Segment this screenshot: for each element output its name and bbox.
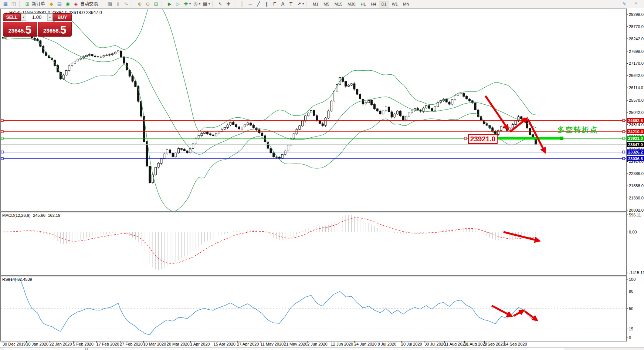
price-axis[interactable]: [627, 9, 644, 341]
toolbar: ▦◫⊞新订单◆▤◉◈自动交易▥▯∿⊕⊖⊞▶▷✚▾◷▾▩▾↖✚│─╱∥FAT↗▾M…: [0, 0, 644, 8]
autotrade-icon[interactable]: ◈: [72, 0, 80, 8]
volume-value[interactable]: 1.00: [26, 14, 47, 20]
timeframe-button-w1[interactable]: W1: [389, 1, 401, 7]
crosshair-icon[interactable]: ✚: [224, 0, 233, 8]
cursor-icon[interactable]: ↖: [216, 0, 224, 8]
sell-button[interactable]: SELL: [3, 13, 21, 21]
toolbar-separator: [306, 1, 309, 7]
chat-icon[interactable]: ❝: [632, 0, 640, 8]
trendline-icon[interactable]: ╱: [254, 0, 262, 8]
rsi-title: RSI(14) 32.4539: [2, 277, 32, 282]
timeframe-button-m1[interactable]: M1: [310, 1, 321, 7]
timeframe-button-d1[interactable]: D1: [379, 1, 389, 7]
buy-button[interactable]: BUY: [53, 13, 72, 21]
sell-price[interactable]: 23645.5: [3, 22, 37, 37]
tile-windows-icon[interactable]: ⊞: [152, 0, 160, 8]
fibonacci-icon[interactable]: F: [271, 0, 279, 8]
chart-tab[interactable]: [87, 348, 564, 350]
timeframe-button-m30[interactable]: M30: [345, 1, 358, 7]
market-icon[interactable]: ◆: [47, 0, 55, 8]
toolbar-separator: [132, 1, 135, 7]
periods-icon[interactable]: ◷: [191, 0, 200, 8]
timeframe-button-h4[interactable]: H4: [369, 1, 379, 7]
timeframe-button-m5[interactable]: M5: [321, 1, 332, 7]
timeframe-button-mn[interactable]: MN: [400, 1, 412, 7]
bars-chart-icon[interactable]: ▥: [106, 0, 114, 8]
volume-stepper[interactable]: ▼ 1.00 ▲: [21, 13, 53, 21]
indicators-icon[interactable]: ✚: [182, 0, 190, 8]
line-chart-icon[interactable]: ∿: [122, 0, 130, 8]
trend-arrows[interactable]: [485, 96, 545, 320]
toolbox-icon[interactable]: ▤: [55, 0, 64, 8]
toolbar-separator: [212, 1, 215, 7]
zoom-in-icon[interactable]: ⊕: [136, 0, 144, 8]
date-axis[interactable]: [0, 341, 627, 347]
candles-chart-icon[interactable]: ▯: [114, 0, 122, 8]
new-order-icon[interactable]: ⊞: [23, 0, 31, 8]
volume-down-icon[interactable]: ▼: [21, 14, 26, 21]
level-price-label[interactable]: 23921.0: [468, 134, 498, 144]
dropdown-caret-icon[interactable]: ▾: [199, 2, 200, 6]
vertical-line-icon[interactable]: │: [238, 0, 246, 8]
channel-icon[interactable]: ∥: [262, 0, 271, 8]
toolbar-separator: [234, 1, 237, 7]
new-order-label[interactable]: 新订单: [32, 1, 45, 7]
toolbar-separator: [162, 1, 165, 7]
timeframe-button-m15[interactable]: M15: [332, 1, 345, 7]
buy-price[interactable]: 23658.5: [38, 22, 72, 37]
chart-shift-icon[interactable]: ▷: [174, 0, 182, 8]
volume-up-icon[interactable]: ▲: [47, 14, 52, 21]
chart-canvas[interactable]: 29298.028770.028242.027698.027170.026642…: [0, 0, 644, 350]
toolbar-separator: [19, 1, 22, 7]
signals-icon[interactable]: ◉: [64, 0, 72, 8]
chart-tab[interactable]: [3, 348, 86, 350]
profiles-icon[interactable]: ◫: [10, 0, 18, 8]
new-chart-icon[interactable]: ▦: [1, 0, 10, 8]
horizontal-line-icon[interactable]: ─: [246, 0, 254, 8]
dropdown-caret-icon[interactable]: ▾: [209, 2, 210, 6]
dropdown-caret-icon[interactable]: ▾: [189, 2, 191, 6]
autotrade-label[interactable]: 自动交易: [80, 1, 98, 7]
dropdown-caret-icon[interactable]: ▾: [302, 2, 304, 6]
toolbar-separator: [102, 1, 105, 7]
chart-tab-bar: [0, 347, 644, 350]
shapes-icon[interactable]: ↗: [295, 0, 303, 8]
templates-icon[interactable]: ▩: [201, 0, 209, 8]
mt4-window: ▦◫⊞新订单◆▤◉◈自动交易▥▯∿⊕⊖⊞▶▷✚▾◷▾▩▾↖✚│─╱∥FAT↗▾M…: [0, 0, 644, 350]
quick-edit-icon[interactable]: ✎: [620, 0, 628, 8]
one-click-trading-panel: SELL ▼ 1.00 ▲ BUY 23645.5 23658.5: [3, 13, 72, 37]
turning-point-text[interactable]: 多空转折点: [557, 125, 598, 135]
macd-title: MACD(12,26,9) -245.66 -162.19: [2, 213, 60, 218]
auto-scroll-icon[interactable]: ▶: [166, 0, 174, 8]
text-icon[interactable]: A: [279, 0, 287, 8]
timeframe-button-h1[interactable]: H1: [358, 1, 368, 7]
zoom-out-icon[interactable]: ⊖: [144, 0, 152, 8]
label-icon[interactable]: T: [287, 0, 295, 8]
